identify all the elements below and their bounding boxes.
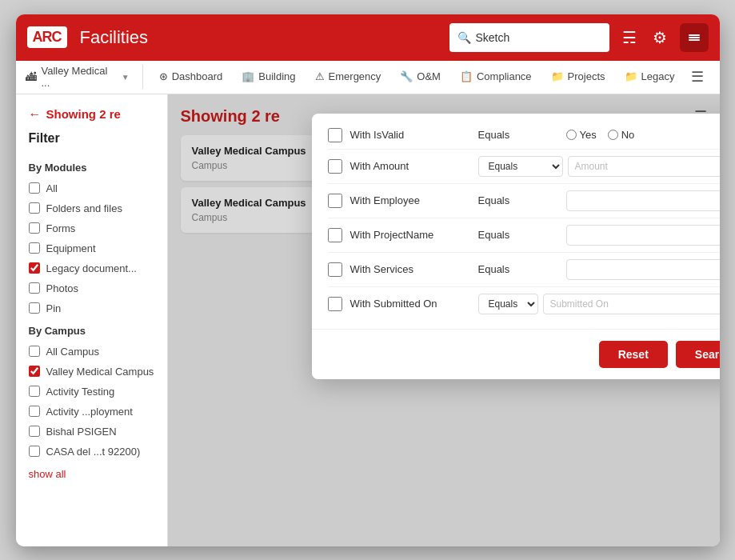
employee-value: ✚ xyxy=(566,190,720,211)
nav-item-compliance[interactable]: 📋 Compliance xyxy=(450,60,541,94)
isvalid-value: Yes No xyxy=(566,129,720,141)
isvalid-yes-option[interactable]: Yes xyxy=(566,129,597,141)
module-legacy-label: Legacy document... xyxy=(46,262,137,274)
main-content: ← Showing 2 re Filter By Modules All Fol… xyxy=(16,94,720,546)
campus-bishal-checkbox[interactable] xyxy=(29,426,40,437)
reset-button[interactable]: Reset xyxy=(599,341,668,368)
module-legacy-checkbox[interactable] xyxy=(29,262,40,274)
filter-row-amount: With Amount Equals Greater than Less tha… xyxy=(328,150,720,184)
campus-valley-checkbox[interactable] xyxy=(29,366,40,377)
campus-valley[interactable]: Valley Medical Campus xyxy=(16,362,167,382)
submittedon-operator-select[interactable]: Equals Before After xyxy=(478,294,538,314)
campus-bishal[interactable]: Bishal PSIGEN xyxy=(16,422,167,442)
campus-all-label: All Campus xyxy=(46,346,99,358)
projectname-checkbox[interactable] xyxy=(328,228,342,242)
campus-section-title: By Campus xyxy=(16,318,167,342)
filter-row-isvalid: With IsValid Equals Yes No xyxy=(328,122,720,150)
nav-item-compliance-label: Compliance xyxy=(477,70,532,82)
nav-item-building[interactable]: 🏢 Building xyxy=(232,60,305,94)
search-button[interactable]: Search xyxy=(676,341,720,368)
services-operator: Equals xyxy=(478,263,558,275)
app-window: ARC Facilities 🔍 ☴ ⚙ 🏙 Valley Medical ..… xyxy=(16,14,720,546)
global-search-bar[interactable]: 🔍 xyxy=(449,23,609,52)
module-forms-label: Forms xyxy=(46,222,76,234)
campus-casa[interactable]: CASA del ...t 92200) xyxy=(16,442,167,462)
nav-item-legacy-label: Legacy xyxy=(641,70,675,82)
submittedon-value: Equals Before After 📅 xyxy=(478,294,720,314)
module-all[interactable]: All xyxy=(16,178,167,198)
campus-activity-testing-checkbox[interactable] xyxy=(29,386,40,397)
sidebar: ← Showing 2 re Filter By Modules All Fol… xyxy=(16,94,168,546)
location-selector[interactable]: 🏙 Valley Medical ... ▼ xyxy=(26,65,143,89)
submittedon-input[interactable] xyxy=(543,294,720,314)
module-legacy[interactable]: Legacy document... xyxy=(16,258,167,278)
modules-section-title: By Modules xyxy=(16,155,167,178)
navbar: 🏙 Valley Medical ... ▼ ⊛ Dashboard 🏢 Bui… xyxy=(16,61,720,94)
hamburger-icon[interactable]: ☰ xyxy=(685,68,710,86)
module-all-label: All xyxy=(46,182,58,194)
submittedon-label: With Submitted On xyxy=(350,298,470,310)
amount-input[interactable] xyxy=(568,156,720,177)
module-equipment-label: Equipment xyxy=(46,242,96,254)
submittedon-checkbox[interactable] xyxy=(328,297,342,311)
show-all-button[interactable]: show all xyxy=(16,462,167,486)
amount-operator-select[interactable]: Equals Greater than Less than xyxy=(478,156,563,177)
campus-all[interactable]: All Campus xyxy=(16,342,167,362)
services-value: ✚ xyxy=(566,259,720,280)
topbar: ARC Facilities 🔍 ☴ ⚙ xyxy=(16,14,720,61)
global-search-input[interactable] xyxy=(476,31,601,44)
nav-item-om[interactable]: 🔧 O&M xyxy=(390,60,450,94)
nav-item-om-label: O&M xyxy=(417,70,441,82)
campus-casa-checkbox[interactable] xyxy=(29,446,40,457)
module-forms[interactable]: Forms xyxy=(16,218,167,238)
projects-icon: 📁 xyxy=(551,70,564,82)
campus-all-checkbox[interactable] xyxy=(29,346,40,357)
campus-activity-ployment[interactable]: Activity ...ployment xyxy=(16,402,167,422)
module-photos[interactable]: Photos xyxy=(16,278,167,298)
nav-item-emergency[interactable]: ⚠ Emergency xyxy=(306,60,391,94)
amount-checkbox[interactable] xyxy=(328,159,342,174)
nav-item-dashboard-label: Dashboard xyxy=(172,70,223,82)
isvalid-checkbox[interactable] xyxy=(328,128,342,142)
nav-item-projects[interactable]: 📁 Projects xyxy=(541,60,615,94)
filter-modal-body: With IsValid Equals Yes No xyxy=(312,114,720,329)
module-folders-checkbox[interactable] xyxy=(29,202,40,214)
nav-items: ⊛ Dashboard 🏢 Building ⚠ Emergency 🔧 O&M… xyxy=(143,60,685,94)
location-label: Valley Medical ... xyxy=(42,65,117,89)
campus-activity-ployment-checkbox[interactable] xyxy=(29,406,40,417)
nav-item-legacy[interactable]: 📁 Legacy xyxy=(615,60,685,94)
module-all-checkbox[interactable] xyxy=(29,182,40,194)
services-input[interactable] xyxy=(566,259,720,280)
back-row[interactable]: ← Showing 2 re xyxy=(16,107,167,131)
campus-valley-label: Valley Medical Campus xyxy=(46,366,154,378)
module-photos-label: Photos xyxy=(46,282,78,294)
module-folders-label: Folders and files xyxy=(46,202,122,214)
isvalid-no-radio[interactable] xyxy=(608,130,618,140)
isvalid-yes-radio[interactable] xyxy=(566,130,577,140)
module-pin[interactable]: Pin xyxy=(16,298,167,318)
campus-activity-testing[interactable]: Activity Testing xyxy=(16,382,167,402)
user-avatar[interactable] xyxy=(680,23,709,52)
module-pin-checkbox[interactable] xyxy=(29,302,40,314)
isvalid-no-option[interactable]: No xyxy=(608,129,635,141)
filter-adjust-icon[interactable]: ☴ xyxy=(619,25,640,50)
module-forms-checkbox[interactable] xyxy=(29,222,40,234)
projectname-input[interactable] xyxy=(566,225,720,246)
module-photos-checkbox[interactable] xyxy=(29,282,40,294)
module-equipment[interactable]: Equipment xyxy=(16,238,167,258)
amount-value: Equals Greater than Less than xyxy=(478,156,720,177)
module-folders[interactable]: Folders and files xyxy=(16,198,167,218)
employee-label: With Employee xyxy=(350,194,470,206)
employee-input[interactable] xyxy=(566,190,720,211)
filter-row-submittedon: With Submitted On Equals Before After 📅 xyxy=(328,287,720,321)
settings-icon[interactable]: ⚙ xyxy=(649,25,670,50)
nav-item-dashboard[interactable]: ⊛ Dashboard xyxy=(150,60,233,94)
services-checkbox[interactable] xyxy=(328,262,342,277)
logo-box[interactable]: ARC xyxy=(27,26,67,48)
compliance-icon: 📋 xyxy=(460,70,473,82)
module-equipment-checkbox[interactable] xyxy=(29,242,40,254)
employee-checkbox[interactable] xyxy=(328,194,342,208)
projectname-value: ✚ xyxy=(566,225,720,246)
location-icon: 🏙 xyxy=(26,70,37,83)
nav-item-emergency-label: Emergency xyxy=(329,70,381,82)
